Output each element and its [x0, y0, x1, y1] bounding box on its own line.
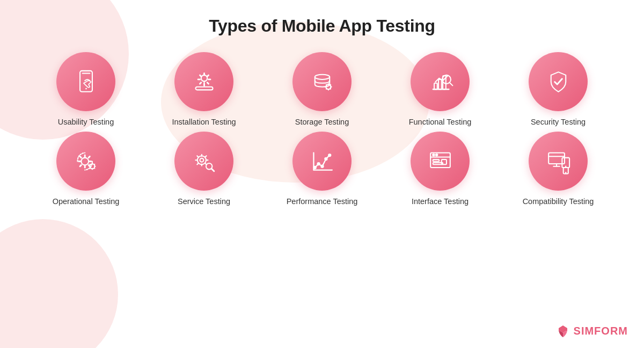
service-icon [189, 147, 219, 176]
installation-icon [189, 67, 219, 97]
label-compatibility: Compatibility Testing [523, 197, 594, 206]
svg-rect-4 [195, 86, 213, 90]
svg-point-33 [325, 157, 327, 160]
svg-point-22 [81, 157, 89, 165]
performance-icon [308, 147, 337, 176]
svg-point-3 [201, 75, 207, 81]
svg-line-21 [449, 82, 452, 85]
row-2: Operational Testing Service Testi [21, 132, 623, 206]
circle-usability [56, 52, 115, 111]
decorative-blob-bottom-left [0, 219, 118, 348]
simform-logo-icon [555, 323, 570, 338]
storage-icon [308, 67, 337, 97]
circle-security [529, 52, 588, 111]
svg-line-13 [330, 88, 330, 89]
simform-logo: SIMFORM [555, 323, 628, 338]
svg-point-30 [313, 166, 316, 169]
svg-point-37 [433, 154, 434, 155]
operational-icon [71, 147, 101, 176]
svg-line-14 [330, 84, 330, 85]
item-operational: Operational Testing [32, 132, 140, 206]
circle-operational [56, 132, 115, 191]
label-performance: Performance Testing [287, 197, 358, 206]
label-security: Security Testing [531, 118, 586, 126]
svg-point-32 [321, 165, 324, 168]
logo-text: SIMFORM [574, 325, 628, 337]
svg-point-6 [314, 74, 330, 79]
label-service: Service Testing [178, 197, 230, 206]
circle-storage [292, 52, 352, 111]
label-storage: Storage Testing [295, 118, 349, 126]
functional-icon [426, 67, 455, 97]
item-compatibility: Compatibility Testing [504, 132, 612, 206]
circle-functional [411, 52, 470, 111]
circle-service [174, 132, 233, 191]
label-installation: Installation Testing [172, 118, 236, 126]
svg-point-25 [200, 158, 203, 162]
label-functional: Functional Testing [409, 118, 472, 126]
compatibility-icon [544, 147, 573, 176]
item-installation: Installation Testing [150, 52, 258, 126]
label-usability: Usability Testing [58, 118, 114, 126]
circle-compatibility [529, 132, 588, 191]
svg-line-15 [326, 88, 326, 89]
testing-grid: Usability Testing Installation Testing [21, 52, 623, 206]
smartphone-icon [71, 67, 101, 97]
svg-point-34 [328, 154, 331, 156]
circle-interface [411, 132, 470, 191]
item-service: Service Testing [150, 132, 258, 206]
item-storage: Storage Testing [268, 52, 376, 126]
item-functional: Functional Testing [386, 52, 494, 126]
item-performance: Performance Testing [268, 132, 376, 206]
item-interface: Interface Testing [386, 132, 494, 206]
circle-installation [174, 52, 233, 111]
row-1: Usability Testing Installation Testing [21, 52, 623, 126]
svg-point-38 [435, 154, 437, 155]
interface-icon [426, 147, 455, 176]
security-icon [544, 67, 573, 97]
svg-rect-39 [433, 160, 438, 161]
item-security: Security Testing [504, 52, 612, 126]
main-content: Types of Mobile App Testing [0, 0, 644, 211]
label-interface: Interface Testing [412, 197, 469, 206]
item-usability: Usability Testing [32, 52, 140, 126]
svg-line-27 [211, 169, 214, 171]
circle-performance [292, 132, 352, 191]
label-operational: Operational Testing [53, 197, 120, 206]
svg-line-12 [326, 84, 326, 85]
svg-point-31 [317, 162, 320, 165]
svg-rect-17 [434, 83, 437, 89]
page-title: Types of Mobile App Testing [209, 16, 435, 36]
svg-rect-18 [438, 79, 442, 89]
